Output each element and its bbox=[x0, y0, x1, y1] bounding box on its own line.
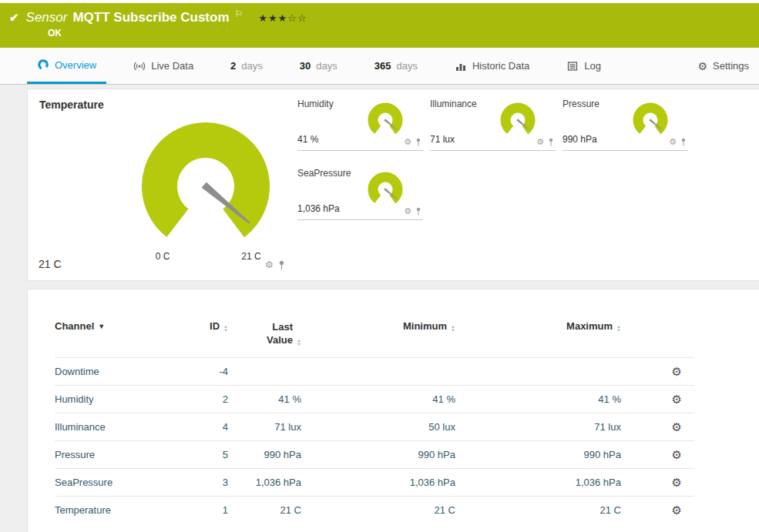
gauge-settings-icon[interactable]: ⚙ bbox=[265, 259, 274, 270]
cell-channel: Temperature bbox=[55, 497, 193, 524]
tab-number: 2 bbox=[230, 60, 236, 72]
cell-maximum: 1,036 hPa bbox=[455, 469, 621, 497]
cell-id: 3 bbox=[193, 469, 228, 497]
cell-channel: Downtime bbox=[55, 358, 193, 386]
cell-maximum: 990 hPa bbox=[455, 441, 621, 469]
page-title: MQTT Subscribe Custom bbox=[72, 10, 229, 25]
cell-channel: Humidity bbox=[55, 386, 193, 413]
tab-bar: Overview Live Data 2 days 30 days 365 bbox=[0, 48, 759, 85]
settings-icon: ⚙ bbox=[697, 60, 707, 72]
gauge-value: 990 hPa bbox=[563, 134, 597, 145]
tab-label: Live Data bbox=[151, 60, 193, 72]
priority-rating[interactable]: ★★★☆☆ bbox=[258, 12, 307, 24]
gauge-settings-icon[interactable]: ⚙ bbox=[404, 206, 411, 216]
gauge-settings-icon[interactable]: ⚙ bbox=[536, 137, 544, 147]
small-gauges-grid: Humidity 41 % ⚙ Illuminance bbox=[297, 99, 688, 220]
column-header-channel[interactable]: Channel▼ bbox=[55, 320, 193, 358]
gauge-scale-max: 21 C bbox=[233, 251, 270, 262]
channel-link[interactable]: Temperature bbox=[55, 504, 111, 516]
cell-id: 1 bbox=[193, 497, 228, 524]
channel-link[interactable]: SeaPressure bbox=[55, 477, 113, 488]
cell-minimum: 990 hPa bbox=[301, 441, 455, 469]
gauge-name: SeaPressure bbox=[297, 168, 351, 179]
cell-settings: ⚙ bbox=[621, 358, 694, 386]
channel-settings-icon[interactable]: ⚙ bbox=[672, 504, 682, 517]
tab-settings[interactable]: ⚙ Settings bbox=[687, 48, 759, 84]
cell-id: 5 bbox=[193, 441, 228, 469]
gauge-scale-min: 0 C bbox=[146, 251, 179, 262]
tab-2-days[interactable]: 2 days bbox=[220, 48, 273, 84]
channel-link[interactable]: Downtime bbox=[55, 366, 99, 377]
cell-maximum bbox=[455, 358, 621, 386]
cell-maximum: 41 % bbox=[455, 386, 621, 413]
main-gauge bbox=[135, 115, 277, 257]
column-header-last-value[interactable]: Last Value▲▼ bbox=[228, 320, 301, 358]
gauges-card: Temperature 0 C 21 C 21 C ⚙ Humidity bbox=[27, 89, 759, 281]
tab-unit: days bbox=[241, 60, 262, 72]
sensor-title-row: ✔ Sensor MQTT Subscribe Custom ⚐ ★★★☆☆ bbox=[9, 10, 307, 25]
flag-icon[interactable]: ⚐ bbox=[235, 8, 243, 19]
cell-id: 2 bbox=[193, 386, 228, 413]
pin-icon[interactable] bbox=[415, 207, 421, 216]
tab-365-days[interactable]: 365 days bbox=[364, 48, 428, 84]
sort-icon: ▲▼ bbox=[297, 339, 301, 346]
channel-settings-icon[interactable]: ⚙ bbox=[672, 420, 682, 433]
tab-number: 365 bbox=[374, 60, 391, 72]
main-gauge-title: Temperature bbox=[39, 99, 104, 111]
tab-unit: days bbox=[396, 60, 417, 72]
pin-icon[interactable] bbox=[680, 138, 687, 146]
cell-last-value: 1,036 hPa bbox=[228, 469, 301, 497]
gauge-widget-pressure: Pressure 990 hPa ⚙ bbox=[563, 99, 688, 151]
cell-minimum: 50 lux bbox=[301, 413, 455, 441]
pin-icon[interactable] bbox=[548, 138, 554, 146]
channel-settings-icon[interactable]: ⚙ bbox=[672, 448, 682, 461]
cell-last-value: 71 lux bbox=[228, 413, 301, 441]
gauge-name: Humidity bbox=[297, 99, 334, 109]
gauge-widget-seapressure: SeaPressure 1,036 hPa ⚙ bbox=[297, 168, 423, 220]
table-row: Humidity 2 41 % 41 % 41 % ⚙ bbox=[55, 386, 694, 413]
object-kind-label: Sensor bbox=[26, 10, 68, 25]
cell-channel: Pressure bbox=[55, 441, 193, 469]
table-row: Pressure 5 990 hPa 990 hPa 990 hPa ⚙ bbox=[55, 441, 694, 469]
tab-30-days[interactable]: 30 days bbox=[290, 48, 348, 84]
gauge-settings-icon[interactable]: ⚙ bbox=[404, 137, 411, 147]
channel-link[interactable]: Illuminance bbox=[55, 421, 106, 433]
sort-icon: ▲▼ bbox=[616, 325, 621, 333]
channel-link[interactable]: Humidity bbox=[55, 393, 94, 405]
pin-icon[interactable] bbox=[415, 138, 421, 146]
tab-historic-data[interactable]: Historic Data bbox=[445, 48, 539, 84]
cell-settings: ⚙ bbox=[621, 441, 694, 469]
table-row: Downtime -4 ⚙ bbox=[55, 358, 694, 386]
tab-log[interactable]: Log bbox=[556, 48, 611, 84]
column-header-id[interactable]: ID▲▼ bbox=[193, 320, 228, 358]
cell-settings: ⚙ bbox=[621, 469, 694, 497]
cell-minimum bbox=[301, 358, 455, 386]
tab-label: Settings bbox=[713, 60, 749, 72]
pin-icon[interactable] bbox=[278, 260, 285, 270]
table-row: Temperature 1 21 C 21 C 21 C ⚙ bbox=[55, 497, 694, 524]
caret-down-icon: ▼ bbox=[98, 323, 105, 330]
channel-settings-icon[interactable]: ⚙ bbox=[672, 365, 682, 378]
overview-icon bbox=[37, 59, 49, 71]
cell-settings: ⚙ bbox=[621, 386, 694, 413]
stars-empty: ☆☆ bbox=[287, 12, 307, 24]
sensor-page: ✔ Sensor MQTT Subscribe Custom ⚐ ★★★☆☆ O… bbox=[0, 0, 759, 532]
status-badge: OK bbox=[48, 28, 62, 38]
channel-settings-icon[interactable]: ⚙ bbox=[672, 393, 682, 406]
tab-live-data[interactable]: Live Data bbox=[123, 48, 203, 84]
column-header-minimum[interactable]: Minimum▲▼ bbox=[301, 320, 455, 358]
cell-id: -4 bbox=[193, 358, 228, 386]
historic-data-icon bbox=[455, 60, 467, 72]
gauge-settings-icon[interactable]: ⚙ bbox=[669, 137, 677, 147]
small-gauge bbox=[630, 100, 670, 140]
column-header-maximum[interactable]: Maximum▲▼ bbox=[455, 320, 621, 358]
status-check-icon: ✔ bbox=[9, 11, 19, 25]
tab-overview[interactable]: Overview bbox=[27, 48, 106, 84]
channel-link[interactable]: Pressure bbox=[55, 449, 95, 460]
cell-maximum: 71 lux bbox=[455, 413, 621, 441]
gauge-widget-humidity: Humidity 41 % ⚙ bbox=[297, 99, 423, 151]
channel-settings-icon[interactable]: ⚙ bbox=[672, 476, 682, 489]
cell-id: 4 bbox=[193, 413, 228, 441]
gauge-value: 1,036 hPa bbox=[297, 203, 340, 214]
channels-table: Channel▼ ID▲▼ Last Value▲▼ Minimum▲▼ Max bbox=[55, 320, 694, 524]
